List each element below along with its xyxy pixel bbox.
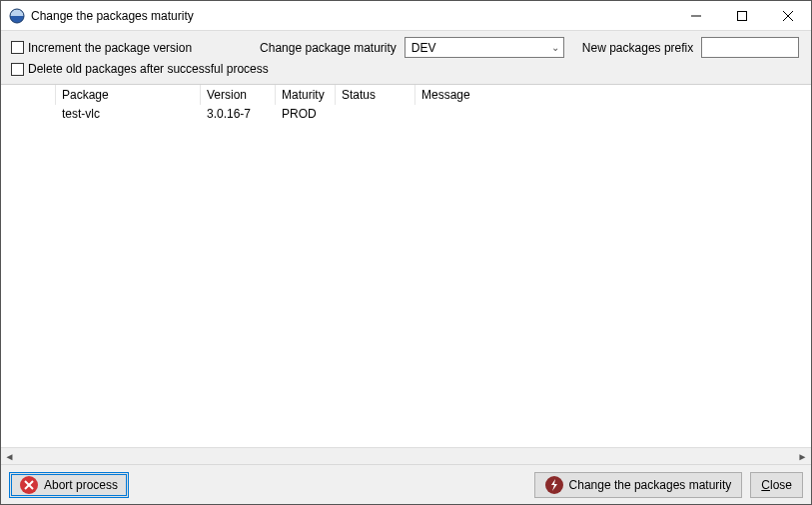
maturity-combobox[interactable]: DEV ⌄ (405, 37, 564, 58)
chevron-down-icon: ⌄ (551, 42, 559, 53)
svg-rect-3 (738, 11, 747, 20)
app-icon (9, 8, 25, 24)
change-maturity-btn-label: Change the packages maturity (569, 478, 732, 492)
header-status[interactable]: Status (336, 85, 415, 105)
minimize-button[interactable] (673, 1, 719, 30)
window-controls (673, 1, 811, 30)
scroll-right-icon[interactable]: ► (794, 448, 811, 464)
abort-button[interactable]: Abort process (9, 472, 129, 498)
close-label: Close (761, 478, 792, 492)
close-button[interactable]: Close (750, 472, 803, 498)
header-version[interactable]: Version (201, 85, 276, 105)
cell-package: test-vlc (56, 107, 201, 121)
header-package[interactable]: Package (56, 85, 201, 105)
lightning-icon (545, 476, 563, 494)
horizontal-scrollbar[interactable]: ◄ ► (1, 447, 811, 464)
maximize-button[interactable] (719, 1, 765, 30)
window-title: Change the packages maturity (31, 9, 673, 23)
header-message[interactable]: Message (415, 85, 811, 105)
cell-maturity: PROD (276, 107, 336, 121)
titlebar: Change the packages maturity (1, 1, 811, 31)
abort-label: Abort process (44, 478, 118, 492)
packages-table: Package Version Maturity Status Message … (1, 85, 811, 464)
delete-old-label: Delete old packages after successful pro… (28, 62, 269, 76)
options-panel: Increment the package version Change pac… (1, 31, 811, 85)
cell-version: 3.0.16-7 (201, 107, 276, 121)
change-maturity-label: Change package maturity (260, 41, 397, 55)
abort-icon (20, 476, 38, 494)
increment-checkbox[interactable]: Increment the package version (11, 41, 192, 55)
header-icon-col[interactable] (1, 85, 56, 105)
change-maturity-button[interactable]: Change the packages maturity (534, 472, 743, 498)
checkbox-icon (11, 63, 24, 76)
scroll-track[interactable] (18, 448, 794, 464)
maturity-value: DEV (411, 41, 436, 55)
delete-old-checkbox[interactable]: Delete old packages after successful pro… (11, 62, 801, 76)
table-header: Package Version Maturity Status Message (1, 85, 811, 105)
footer: Abort process Change the packages maturi… (1, 464, 811, 504)
table-body: test-vlc 3.0.16-7 PROD (1, 105, 811, 447)
increment-label: Increment the package version (28, 41, 192, 55)
header-maturity[interactable]: Maturity (276, 85, 336, 105)
checkbox-icon (11, 41, 24, 54)
close-window-button[interactable] (765, 1, 811, 30)
prefix-input[interactable] (701, 37, 799, 58)
scroll-left-icon[interactable]: ◄ (1, 448, 18, 464)
table-row[interactable]: test-vlc 3.0.16-7 PROD (1, 105, 811, 122)
prefix-label: New packages prefix (582, 41, 693, 55)
